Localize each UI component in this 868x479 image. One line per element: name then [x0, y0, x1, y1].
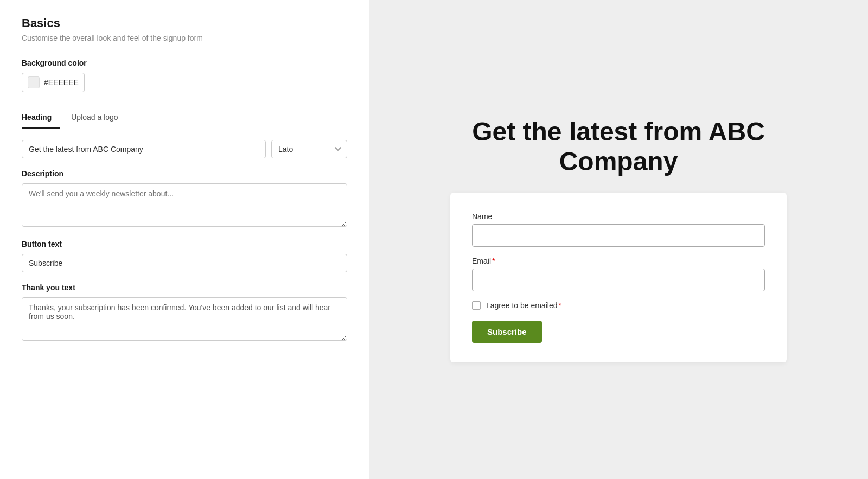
- left-panel: Basics Customise the overall look and fe…: [0, 0, 369, 479]
- email-input[interactable]: [472, 269, 765, 291]
- checkbox-label: I agree to be emailed*: [486, 301, 561, 310]
- email-required-star: *: [492, 257, 495, 265]
- heading-text-input[interactable]: [22, 140, 266, 158]
- checkbox-row: I agree to be emailed*: [472, 301, 765, 310]
- email-field-label: Email*: [472, 257, 765, 265]
- page-subtitle: Customise the overall look and feel of t…: [22, 34, 347, 42]
- heading-row: Lato Arial Georgia Verdana: [22, 140, 347, 158]
- thank-you-textarea[interactable]: Thanks, your subscription has been confi…: [22, 297, 347, 341]
- name-input[interactable]: [472, 224, 765, 247]
- tabs-row: Heading Upload a logo: [22, 108, 347, 129]
- agree-checkbox[interactable]: [472, 301, 481, 310]
- background-color-label: Background color: [22, 59, 347, 67]
- color-swatch-input[interactable]: #EEEEEE: [22, 73, 85, 92]
- color-picker-row: #EEEEEE: [22, 73, 347, 92]
- preview-form-card: Name Email* I agree to be emailed* Subsc…: [450, 193, 787, 362]
- checkbox-required-star: *: [559, 301, 561, 310]
- font-select[interactable]: Lato Arial Georgia Verdana: [271, 140, 347, 158]
- page-title: Basics: [22, 16, 347, 30]
- tabs-container: Heading Upload a logo: [22, 108, 347, 129]
- subscribe-button[interactable]: Subscribe: [472, 321, 542, 343]
- preview-heading: Get the latest from ABC Company: [450, 117, 787, 176]
- right-panel: Get the latest from ABC Company Name Ema…: [369, 0, 868, 479]
- button-text-label: Button text: [22, 240, 347, 248]
- description-textarea[interactable]: [22, 183, 347, 227]
- preview-container: Get the latest from ABC Company Name Ema…: [450, 117, 787, 362]
- tab-heading[interactable]: Heading: [22, 108, 60, 129]
- description-label: Description: [22, 169, 347, 178]
- color-hex-value: #EEEEEE: [44, 78, 79, 87]
- name-field-label: Name: [472, 212, 765, 221]
- tab-upload-logo[interactable]: Upload a logo: [71, 108, 126, 129]
- thank-you-label: Thank you text: [22, 283, 347, 292]
- color-swatch: [28, 76, 40, 88]
- button-text-input[interactable]: [22, 254, 347, 272]
